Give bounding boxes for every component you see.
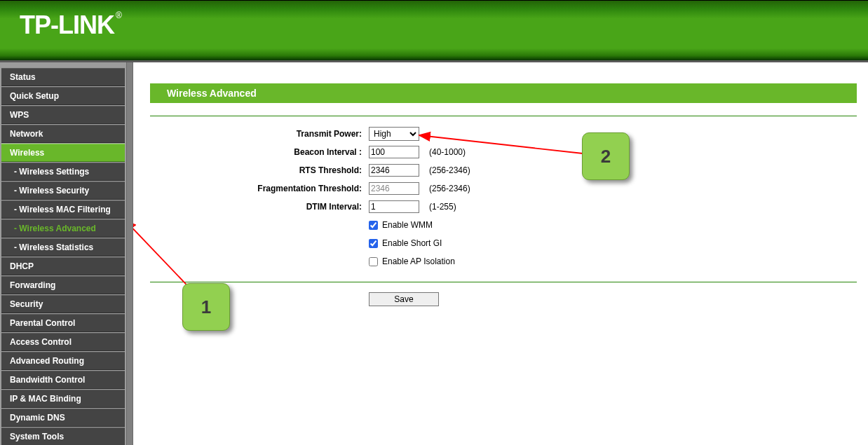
- sidebar-item-security[interactable]: Security: [1, 295, 125, 313]
- input-beacon-interval[interactable]: [369, 146, 419, 158]
- checkbox-enable-short-gi[interactable]: [369, 239, 378, 248]
- label-dtim-interval: DTIM Interval:: [150, 199, 369, 214]
- brand-text: TP-LINK: [20, 11, 114, 39]
- range-rts-threshold: (256-2346): [429, 163, 470, 178]
- label-frag-threshold: Fragmentation Threshold:: [150, 181, 369, 196]
- label-beacon-interval: Beacon Interval :: [150, 144, 369, 160]
- row-dtim-interval: DTIM Interval: (1-255): [150, 199, 857, 214]
- sidebar-item-dynamic-dns[interactable]: Dynamic DNS: [1, 409, 125, 427]
- sidebar-item-network[interactable]: Network: [1, 125, 125, 143]
- checkbox-row-enable-ap-isolation: Enable AP Isolation: [369, 254, 455, 269]
- input-rts-threshold[interactable]: [369, 164, 419, 177]
- sidebar-item-ip-mac-binding[interactable]: IP & MAC Binding: [1, 390, 125, 408]
- range-dtim-interval: (1-255): [429, 199, 456, 214]
- checkbox-row-enable-wmm: Enable WMM: [369, 217, 433, 233]
- sidebar-item-wireless-settings[interactable]: - Wireless Settings: [1, 163, 125, 181]
- vertical-divider: [126, 62, 133, 445]
- sidebar-item-system-tools[interactable]: System Tools: [1, 427, 125, 445]
- row-enable-ap-isolation: Enable AP Isolation: [150, 254, 857, 269]
- sidebar-item-wireless-security[interactable]: - Wireless Security: [1, 182, 125, 200]
- label-enable-ap-isolation: Enable AP Isolation: [382, 254, 455, 269]
- row-frag-threshold: Fragmentation Threshold: (256-2346): [150, 181, 857, 196]
- sidebar-item-wireless[interactable]: Wireless: [1, 144, 125, 162]
- sidebar-item-forwarding[interactable]: Forwarding: [1, 276, 125, 294]
- sidebar-item-advanced-routing[interactable]: Advanced Routing: [1, 352, 125, 370]
- label-rts-threshold: RTS Threshold:: [150, 163, 369, 178]
- sidebar-item-bandwidth-control[interactable]: Bandwidth Control: [1, 371, 125, 389]
- sidebar-item-wps[interactable]: WPS: [1, 106, 125, 124]
- brand-logo: TP-LINK®: [20, 11, 121, 40]
- checkbox-enable-ap-isolation[interactable]: [369, 257, 378, 266]
- checkbox-row-enable-short-gi: Enable Short GI: [369, 235, 442, 251]
- section-divider-bottom: [150, 282, 857, 282]
- workspace: StatusQuick SetupWPSNetworkWireless- Wir…: [0, 62, 868, 445]
- sidebar-item-quick-setup[interactable]: Quick Setup: [1, 87, 125, 105]
- range-beacon-interval: (40-1000): [429, 144, 466, 160]
- page-title: Wireless Advanced: [150, 83, 857, 103]
- range-frag-threshold: (256-2346): [429, 181, 470, 196]
- sidebar-item-access-control[interactable]: Access Control: [1, 333, 125, 351]
- section-divider-top: [150, 116, 857, 116]
- sidebar-item-wireless-advanced[interactable]: - Wireless Advanced: [1, 219, 125, 238]
- input-frag-threshold[interactable]: [369, 182, 419, 195]
- row-enable-wmm: Enable WMM: [150, 217, 857, 233]
- label-enable-short-gi: Enable Short GI: [382, 235, 442, 251]
- sidebar-item-dhcp[interactable]: DHCP: [1, 257, 125, 275]
- sidebar-item-parental-control[interactable]: Parental Control: [1, 314, 125, 332]
- row-transmit-power: Transmit Power: High: [150, 126, 857, 142]
- select-transmit-power[interactable]: High: [369, 127, 419, 141]
- content-area: Wireless Advanced Transmit Power: High B…: [133, 62, 868, 445]
- label-transmit-power: Transmit Power:: [150, 126, 369, 142]
- reg-mark: ®: [116, 11, 121, 20]
- annotation-callout-2: 2: [582, 132, 630, 180]
- save-button[interactable]: Save: [369, 292, 439, 306]
- checkbox-enable-wmm[interactable]: [369, 221, 378, 230]
- annotation-callout-1: 1: [182, 283, 230, 331]
- sidebar-item-wireless-mac-filtering[interactable]: - Wireless MAC Filtering: [1, 200, 125, 219]
- row-rts-threshold: RTS Threshold: (256-2346): [150, 163, 857, 178]
- label-enable-wmm: Enable WMM: [382, 217, 433, 233]
- row-enable-short-gi: Enable Short GI: [150, 235, 857, 251]
- row-beacon-interval: Beacon Interval : (40-1000): [150, 144, 857, 160]
- header-banner: TP-LINK®: [0, 0, 868, 60]
- sidebar-item-wireless-statistics[interactable]: - Wireless Statistics: [1, 238, 125, 256]
- sidebar: StatusQuick SetupWPSNetworkWireless- Wir…: [0, 62, 126, 445]
- input-dtim-interval[interactable]: [369, 200, 419, 213]
- sidebar-item-status[interactable]: Status: [1, 68, 125, 86]
